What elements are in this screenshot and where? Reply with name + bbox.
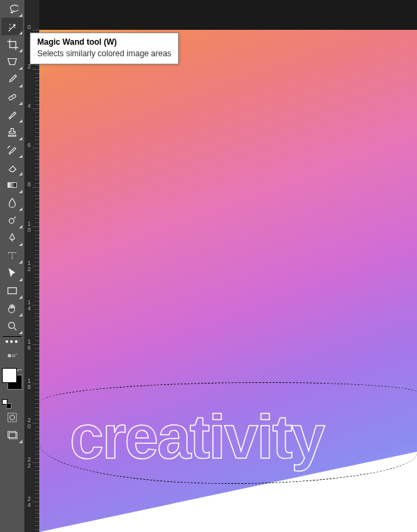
ruler-label: 22 bbox=[26, 457, 32, 469]
tooltip-title: Magic Wand tool (W) bbox=[37, 37, 171, 47]
svg-point-0 bbox=[14, 24, 16, 26]
eraser-tool[interactable] bbox=[1, 159, 23, 176]
bandage-icon bbox=[6, 91, 18, 103]
screen-mode-icon bbox=[6, 429, 18, 441]
crop-tool[interactable] bbox=[1, 35, 23, 53]
type-tool[interactable] bbox=[1, 247, 23, 264]
svg-rect-9 bbox=[12, 354, 16, 358]
canvas-top-margin bbox=[39, 0, 417, 30]
lasso-icon bbox=[6, 3, 18, 15]
pen-icon bbox=[6, 232, 18, 244]
magic-wand-tool[interactable] bbox=[1, 18, 23, 35]
svg-rect-10 bbox=[8, 413, 17, 422]
ruler-label: 16 bbox=[26, 339, 32, 351]
wand-icon bbox=[6, 20, 18, 33]
ruler-label: 10 bbox=[26, 221, 32, 233]
svg-rect-4 bbox=[8, 182, 17, 187]
ruler-label: 14 bbox=[26, 300, 32, 312]
more-tools-button[interactable]: ••• bbox=[5, 338, 20, 352]
svg-rect-1 bbox=[8, 94, 16, 100]
gradient-icon bbox=[6, 179, 18, 191]
swap-colors-icon[interactable]: ⤺ bbox=[17, 367, 22, 373]
color-swatches: ⤺ bbox=[1, 367, 24, 391]
path-selection-tool[interactable] bbox=[1, 264, 23, 282]
brush-tool[interactable] bbox=[1, 106, 23, 123]
svg-point-3 bbox=[12, 96, 13, 97]
edit-toolbar-icon bbox=[6, 352, 18, 364]
rectangle-tool[interactable] bbox=[1, 282, 23, 300]
selection-marquee bbox=[39, 382, 417, 484]
crop-icon bbox=[6, 38, 18, 50]
ruler-label: 0 bbox=[26, 24, 32, 30]
quick-mask-button[interactable] bbox=[1, 409, 23, 426]
ruler-label: 4 bbox=[26, 103, 32, 109]
ruler-label: 2 bbox=[26, 64, 32, 70]
ruler-label: 8 bbox=[26, 182, 32, 188]
clone-stamp-tool[interactable] bbox=[1, 123, 23, 141]
eyedropper-tool[interactable] bbox=[1, 70, 23, 88]
foreground-color-swatch[interactable] bbox=[2, 368, 17, 383]
svg-point-7 bbox=[9, 323, 15, 329]
brush-icon bbox=[6, 108, 18, 121]
svg-point-5 bbox=[9, 218, 14, 223]
frame-tool[interactable] bbox=[1, 53, 23, 70]
vertical-ruler[interactable]: 024681012141618202224 bbox=[24, 0, 39, 532]
edit-toolbar-button[interactable] bbox=[1, 352, 23, 364]
lasso-tool[interactable] bbox=[1, 0, 23, 18]
rect-icon bbox=[6, 285, 18, 297]
ruler-label: 6 bbox=[26, 142, 32, 148]
default-colors-button[interactable] bbox=[2, 399, 12, 409]
healing-brush-tool[interactable] bbox=[1, 88, 23, 106]
eyedropper-icon bbox=[6, 73, 18, 85]
pen-tool[interactable] bbox=[1, 229, 23, 247]
tool-palette: •••⤺ bbox=[0, 0, 24, 532]
eraser-icon bbox=[6, 161, 18, 173]
drop-icon bbox=[6, 197, 18, 209]
blur-tool[interactable] bbox=[1, 194, 23, 211]
history-brush-tool[interactable] bbox=[1, 141, 23, 159]
ruler-label: 12 bbox=[26, 260, 32, 272]
svg-rect-8 bbox=[8, 354, 12, 358]
gradient-tool[interactable] bbox=[1, 176, 23, 194]
ruler-label: 18 bbox=[26, 378, 32, 390]
zoom-tool[interactable] bbox=[1, 317, 23, 335]
canvas[interactable]: creativity bbox=[39, 30, 417, 532]
tool-tooltip: Magic Wand tool (W) Selects similarly co… bbox=[30, 33, 179, 64]
ruler-label: 20 bbox=[26, 417, 32, 430]
arrow-icon bbox=[6, 267, 18, 279]
hand-tool[interactable] bbox=[1, 300, 23, 317]
dodge-icon bbox=[6, 214, 18, 226]
frame-icon bbox=[6, 56, 18, 68]
dodge-tool[interactable] bbox=[1, 211, 23, 229]
history-brush-icon bbox=[6, 144, 18, 156]
zoom-icon bbox=[6, 320, 18, 332]
ruler-label: 24 bbox=[26, 496, 32, 508]
tooltip-description: Selects similarly colored image areas bbox=[37, 49, 171, 58]
screen-mode-button[interactable] bbox=[1, 426, 23, 444]
hand-icon bbox=[6, 302, 18, 314]
quick-mask-icon bbox=[6, 411, 18, 424]
stamp-icon bbox=[6, 126, 18, 138]
svg-rect-6 bbox=[8, 288, 17, 294]
type-icon bbox=[6, 249, 18, 262]
svg-point-2 bbox=[11, 96, 12, 97]
svg-point-11 bbox=[9, 415, 14, 420]
